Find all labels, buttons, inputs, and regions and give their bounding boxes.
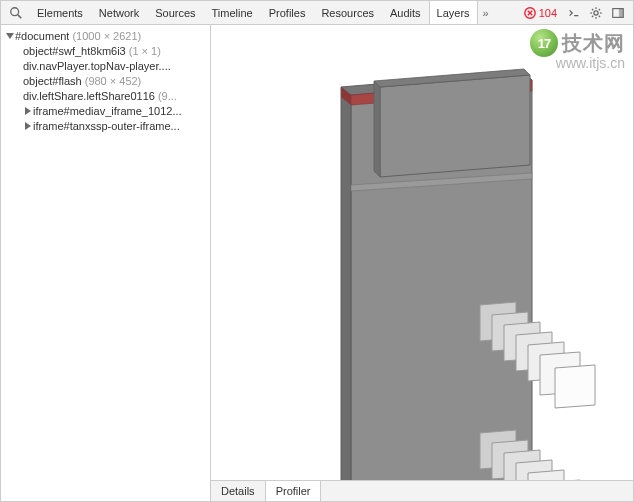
svg-marker-27 bbox=[374, 81, 380, 177]
tree-row-label: div.leftShare.leftShare0116 bbox=[23, 90, 155, 102]
svg-rect-16 bbox=[619, 8, 623, 17]
svg-line-14 bbox=[592, 15, 593, 16]
tree-row[interactable]: div.navPlayer.topNav-player.... bbox=[1, 58, 210, 73]
tab-label: Audits bbox=[390, 7, 421, 19]
svg-line-13 bbox=[599, 8, 600, 9]
tree-row-dimensions: (980 × 452) bbox=[85, 75, 142, 87]
tree-row-label: iframe#mediav_iframe_1012... bbox=[33, 105, 182, 117]
tab-label: Layers bbox=[437, 7, 470, 19]
svg-line-12 bbox=[599, 15, 600, 16]
layers-viewport-panel: 17 技术网 www.itjs.cn Details Profiler bbox=[211, 25, 633, 501]
tab-profiles[interactable]: Profiles bbox=[261, 1, 314, 24]
chevron-right-icon: » bbox=[483, 7, 489, 19]
tree-row[interactable]: object#flash (980 × 452) bbox=[1, 73, 210, 88]
tab-sources[interactable]: Sources bbox=[147, 1, 203, 24]
tree-row-dimensions: (9... bbox=[158, 90, 177, 102]
panel-tabbar: Elements Network Sources Timeline Profil… bbox=[29, 1, 494, 24]
tree-row[interactable]: div.leftShare.leftShare0116 (9... bbox=[1, 88, 210, 103]
main-toolbar: Elements Network Sources Timeline Profil… bbox=[1, 1, 633, 25]
svg-marker-19 bbox=[25, 122, 31, 130]
svg-point-6 bbox=[594, 10, 598, 14]
tree-row-label: object#flash bbox=[23, 75, 82, 87]
tree-row[interactable]: object#swf_ht8km6i3 (1 × 1) bbox=[1, 43, 210, 58]
tree-row-dimensions: (1 × 1) bbox=[129, 45, 161, 57]
devtools-window: Elements Network Sources Timeline Profil… bbox=[0, 0, 634, 502]
tab-label: Details bbox=[221, 485, 255, 497]
tree-row-document[interactable]: #document (1000 × 2621) bbox=[1, 28, 210, 43]
settings-gear-icon[interactable] bbox=[588, 5, 604, 21]
tree-row[interactable]: iframe#mediav_iframe_1012... bbox=[1, 103, 210, 118]
tab-elements[interactable]: Elements bbox=[29, 1, 91, 24]
tab-label: Sources bbox=[155, 7, 195, 19]
tree-row-label: object#swf_ht8km6i3 bbox=[23, 45, 126, 57]
tab-profiler[interactable]: Profiler bbox=[266, 481, 322, 501]
svg-marker-18 bbox=[25, 107, 31, 115]
layers-tree-sidebar: #document (1000 × 2621) object#swf_ht8km… bbox=[1, 25, 211, 501]
svg-marker-25 bbox=[380, 75, 530, 177]
tabs-overflow-button[interactable]: » bbox=[478, 1, 494, 24]
tab-timeline[interactable]: Timeline bbox=[204, 1, 261, 24]
tab-label: Elements bbox=[37, 7, 83, 19]
svg-point-0 bbox=[11, 7, 19, 15]
console-toggle-icon[interactable] bbox=[566, 5, 582, 21]
error-count-value: 104 bbox=[539, 7, 557, 19]
tab-layers[interactable]: Layers bbox=[429, 1, 478, 24]
tree-row-label: div.navPlayer.topNav-player.... bbox=[23, 60, 171, 72]
tab-details[interactable]: Details bbox=[211, 481, 266, 501]
disclosure-triangle-closed-icon[interactable] bbox=[23, 107, 33, 115]
search-icon[interactable] bbox=[8, 5, 24, 21]
tab-label: Profiles bbox=[269, 7, 306, 19]
tab-label: Profiler bbox=[276, 485, 311, 497]
svg-marker-22 bbox=[341, 87, 351, 480]
tab-audits[interactable]: Audits bbox=[382, 1, 429, 24]
tab-resources[interactable]: Resources bbox=[313, 1, 382, 24]
tab-label: Timeline bbox=[212, 7, 253, 19]
svg-marker-35 bbox=[555, 365, 595, 408]
layers-3d-canvas[interactable]: 17 技术网 www.itjs.cn bbox=[211, 25, 633, 480]
tree-row-dimensions: (1000 × 2621) bbox=[72, 30, 141, 42]
error-icon bbox=[524, 7, 536, 19]
tab-label: Resources bbox=[321, 7, 374, 19]
tree-row[interactable]: iframe#tanxssp-outer-ifram​e... bbox=[1, 118, 210, 133]
tree-row-label: iframe#tanxssp-outer-ifram​e... bbox=[33, 120, 180, 132]
svg-marker-17 bbox=[6, 33, 14, 39]
tab-network[interactable]: Network bbox=[91, 1, 147, 24]
layers-3d-svg bbox=[211, 25, 633, 480]
error-count-badge[interactable]: 104 bbox=[524, 7, 557, 19]
tree-row-label: #document bbox=[15, 30, 69, 42]
disclosure-triangle-closed-icon[interactable] bbox=[23, 122, 33, 130]
main-split: #document (1000 × 2621) object#swf_ht8km… bbox=[1, 25, 633, 501]
disclosure-triangle-open-icon[interactable] bbox=[5, 32, 15, 40]
svg-line-11 bbox=[592, 8, 593, 9]
layers-detail-tabbar: Details Profiler bbox=[211, 480, 633, 501]
svg-line-1 bbox=[18, 14, 21, 17]
tab-label: Network bbox=[99, 7, 139, 19]
layers-tree: #document (1000 × 2621) object#swf_ht8km… bbox=[1, 28, 210, 133]
dock-side-icon[interactable] bbox=[610, 5, 626, 21]
